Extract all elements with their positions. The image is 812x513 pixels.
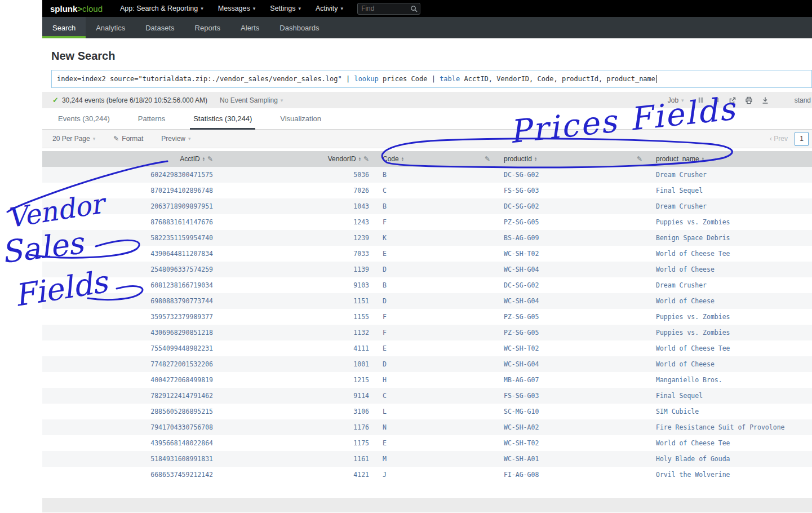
cell-productId[interactable]: WC-SH-G04 [497,356,649,372]
cell-product_name[interactable]: Puppies vs. Zombies [649,325,812,340]
cell-Code[interactable]: K [376,230,497,246]
cell-AcctID[interactable]: 7748272001532206 [42,356,220,372]
cell-VendorID[interactable]: 1161 [220,451,376,467]
cell-Code[interactable]: B [376,198,497,214]
cell-VendorID[interactable]: 7033 [220,246,376,262]
cell-AcctID[interactable]: 6024298300471575 [42,167,220,183]
format-button[interactable]: ✎ Format [113,135,143,143]
cell-AcctID[interactable]: 7829122414791462 [42,388,220,404]
cell-product_name[interactable]: Fire Resistance Suit of Provolone [649,419,812,435]
cell-Code[interactable]: B [376,277,497,293]
cell-AcctID[interactable]: 2063718909897951 [42,198,220,214]
find-search-box[interactable] [357,3,420,15]
edit-column-icon[interactable]: ✎ [363,155,369,163]
cell-VendorID[interactable]: 1215 [220,372,376,388]
column-header-VendorID[interactable]: VendorID▴▾✎ [220,151,376,167]
cell-Code[interactable]: F [376,214,497,230]
cell-AcctID[interactable]: 5184931608991831 [42,451,220,467]
column-header-AcctID[interactable]: AcctID▴▾✎ [42,151,220,167]
share-button[interactable] [729,96,736,104]
cell-Code[interactable]: N [376,419,497,435]
search-query-bar[interactable]: index=index2 source="tutorialdata.zip:./… [51,70,812,88]
cell-AcctID[interactable]: 2548096337574259 [42,262,220,277]
find-input[interactable] [358,5,409,12]
cell-VendorID[interactable]: 3106 [220,404,376,419]
cell-product_name[interactable]: Dream Crusher [649,277,812,293]
cell-product_name[interactable]: Manganiello Bros. [649,372,812,388]
column-header-Code[interactable]: Code▴▾✎ [376,151,497,167]
edit-column-icon[interactable]: ✎ [207,155,213,163]
cell-Code[interactable]: D [376,293,497,309]
column-header-product_name[interactable]: product_name▴▾ [649,151,812,167]
cell-Code[interactable]: D [376,356,497,372]
cell-Code[interactable]: E [376,340,497,356]
cell-productId[interactable]: PZ-SG-G05 [497,309,649,325]
preview-dropdown[interactable]: Preview ▾ [161,135,190,143]
cell-AcctID[interactable]: 8702194102896748 [42,183,220,198]
cell-productId[interactable]: PZ-SG-G05 [497,214,649,230]
cell-product_name[interactable]: Puppies vs. Zombies [649,214,812,230]
cell-product_name[interactable]: Final Sequel [649,388,812,404]
cell-Code[interactable]: H [376,372,497,388]
edit-column-icon[interactable]: ✎ [485,155,490,163]
cell-VendorID[interactable]: 4121 [220,467,376,483]
cell-AcctID[interactable]: 7554099448982231 [42,340,220,356]
cell-productId[interactable]: WC-SH-T02 [497,340,649,356]
cell-VendorID[interactable]: 1175 [220,435,376,451]
cell-VendorID[interactable]: 1001 [220,356,376,372]
cell-product_name[interactable]: SIM Cubicle [649,404,812,419]
cell-productId[interactable]: DC-SG-G02 [497,198,649,214]
cell-Code[interactable]: C [376,388,497,404]
cell-AcctID[interactable]: 6686537459212142 [42,467,220,483]
cell-VendorID[interactable]: 1155 [220,309,376,325]
topbar-item-0[interactable]: App: Search & Reporting▾ [113,0,211,17]
cell-AcctID[interactable]: 7941704330756708 [42,419,220,435]
cell-AcctID[interactable]: 6980883790773744 [42,293,220,309]
topbar-item-2[interactable]: Settings▾ [263,0,308,17]
cell-productId[interactable]: BS-AG-G09 [497,230,649,246]
cell-VendorID[interactable]: 4111 [220,340,376,356]
cell-product_name[interactable]: Orvil the Wolverine [649,467,812,483]
results-tab-1[interactable]: Patterns [131,114,172,129]
download-button[interactable] [761,96,769,104]
cell-product_name[interactable]: World of Cheese Tee [649,246,812,262]
cell-VendorID[interactable]: 1043 [220,198,376,214]
cell-AcctID[interactable]: 3595732379989377 [42,309,220,325]
cell-productId[interactable]: WC-SH-G04 [497,262,649,277]
appnav-item-reports[interactable]: Reports [185,17,231,38]
cell-product_name[interactable]: World of Cheese Tee [649,340,812,356]
cell-VendorID[interactable]: 9114 [220,388,376,404]
cell-Code[interactable]: F [376,325,497,340]
appnav-item-search[interactable]: Search [42,17,86,38]
cell-product_name[interactable]: Puppies vs. Zombies [649,309,812,325]
appnav-item-dashboards[interactable]: Dashboards [269,17,329,38]
cell-AcctID[interactable]: 4390644811207834 [42,246,220,262]
results-tab-2[interactable]: Statistics (30,244) [187,114,259,129]
cell-AcctID[interactable]: 6081238166719034 [42,277,220,293]
cell-product_name[interactable]: Holy Blade of Gouda [649,451,812,467]
search-mode[interactable]: stand [795,96,811,104]
cell-Code[interactable]: M [376,451,497,467]
cell-AcctID[interactable]: 4004272068499819 [42,372,220,388]
cell-productId[interactable]: WC-SH-T02 [497,246,649,262]
cell-Code[interactable]: E [376,435,497,451]
job-dropdown[interactable]: Job ▾ [668,96,684,104]
cell-product_name[interactable]: Benign Space Debris [649,230,812,246]
pause-button[interactable] [697,96,704,104]
cell-productId[interactable]: DC-SG-G02 [497,167,649,183]
cell-product_name[interactable]: World of Cheese [649,356,812,372]
cell-productId[interactable]: WC-SH-T02 [497,435,649,451]
cell-product_name[interactable]: World of Cheese [649,262,812,277]
current-page-button[interactable]: 1 [795,132,809,146]
cell-VendorID[interactable]: 7026 [220,183,376,198]
cell-VendorID[interactable]: 1243 [220,214,376,230]
appnav-item-analytics[interactable]: Analytics [86,17,135,38]
column-header-productId[interactable]: productId▴▾✎ [497,151,649,167]
cell-VendorID[interactable]: 1176 [220,419,376,435]
topbar-item-1[interactable]: Messages▾ [211,0,263,17]
event-sampling-dropdown[interactable]: No Event Sampling ▾ [220,96,283,104]
cell-product_name[interactable]: Dream Crusher [649,167,812,183]
cell-productId[interactable]: FS-SG-G03 [497,388,649,404]
cell-Code[interactable]: D [376,262,497,277]
cell-productId[interactable]: DC-SG-G02 [497,277,649,293]
